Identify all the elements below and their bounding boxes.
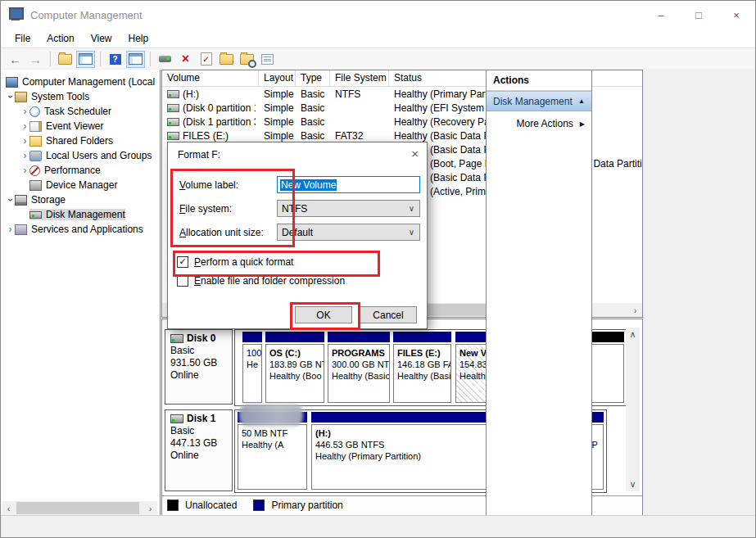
partition-programs[interactable]: PROGRAMS300.00 GB NTFHealthy (Basic (327, 330, 391, 405)
expander-icon[interactable]: › (6, 196, 16, 205)
tree-item-system-tools[interactable]: › System Tools (6, 89, 165, 104)
actions-group-disk-management[interactable]: Disk Management ▲ (487, 91, 591, 111)
more-actions-item[interactable]: More Actions ▶ (487, 115, 591, 133)
console-tree-pane: Computer Management (Local › System Tool… (1, 70, 161, 517)
expander-icon[interactable]: › (20, 106, 29, 117)
disk-management-icon (29, 211, 42, 219)
menu-bar: File Action View Help (1, 29, 755, 47)
tree-label: Device Manager (46, 179, 117, 191)
disk1-info[interactable]: Disk 1 Basic 447.13 GB Online (165, 409, 233, 491)
checklist-button[interactable] (258, 51, 277, 68)
actions-group-label: Disk Management (493, 96, 573, 107)
tree-label: System Tools (31, 91, 89, 102)
shared-folders-icon (29, 136, 42, 147)
column-header-file-system[interactable]: File System (330, 70, 389, 86)
volume-icon (167, 90, 179, 98)
console-button[interactable] (156, 51, 174, 68)
collapse-triangle-icon[interactable]: ▲ (578, 97, 585, 105)
tree-label: Shared Folders (46, 135, 113, 147)
forward-button[interactable]: → (26, 51, 45, 68)
allocation-unit-label: Allocation unit size: (179, 227, 264, 238)
show-action-pane-button[interactable] (126, 51, 145, 68)
expander-icon[interactable]: › (20, 135, 29, 147)
quick-format-checkbox[interactable]: ✓ (177, 256, 188, 268)
ok-button[interactable]: OK (295, 306, 352, 323)
scroll-down-button[interactable]: ∨ (626, 477, 640, 491)
column-header-layout[interactable]: Layout (259, 70, 296, 86)
event-viewer-icon (29, 121, 42, 132)
scroll-right-button[interactable]: › (628, 303, 642, 317)
delete-button[interactable]: × (176, 51, 195, 68)
compression-checkbox-row[interactable]: Enable file and folder compression (177, 274, 345, 287)
folder-up-button[interactable]: ↑ (217, 51, 236, 68)
chevron-down-icon: ∨ (409, 204, 414, 213)
export-list-button[interactable] (56, 51, 75, 68)
partition-files-e[interactable]: FILES (E:)146.18 GB FAHealthy (Basi (392, 330, 452, 405)
disk-pane-vertical-scrollbar[interactable]: ∧ ∨ (626, 328, 640, 491)
quick-format-checkbox-row[interactable]: ✓ Perform a quick format (177, 255, 293, 269)
magnifier-icon (248, 60, 256, 68)
disk0-info[interactable]: Disk 0 Basic 931.50 GB Online (165, 329, 233, 405)
console-tree-icon (79, 53, 93, 65)
tree-label: Local Users and Groups (46, 150, 152, 161)
forward-icon: → (29, 52, 42, 66)
tree-label: Storage (31, 194, 66, 206)
compression-checkbox[interactable] (177, 275, 188, 287)
file-system-select[interactable]: NTFS∨ (277, 200, 420, 217)
volume-label-input[interactable]: New Volume (277, 176, 420, 193)
expander-icon[interactable]: › (20, 120, 29, 132)
format-dialog: Format F: × Volume label: New Volume Fil… (167, 142, 428, 329)
partition-os-c[interactable]: OS (C:)183.89 GB NTHealthy (Boo (265, 330, 325, 405)
folder-search-button[interactable] (238, 51, 256, 68)
maximize-button[interactable]: □ (680, 1, 718, 29)
sidebar-horizontal-scrollbar[interactable]: ‹ › (2, 501, 157, 515)
menu-view[interactable]: View (84, 30, 120, 47)
volume-icon (167, 132, 179, 140)
computer-icon (6, 77, 18, 88)
tree-item-shared-folders[interactable]: › Shared Folders (20, 133, 179, 148)
quick-format-label: Perform a quick format (194, 256, 293, 268)
expander-icon[interactable]: › (20, 150, 29, 161)
close-button[interactable]: × (718, 1, 755, 29)
scroll-up-button[interactable]: ∧ (626, 328, 640, 341)
system-tools-icon (15, 92, 27, 102)
expander-icon[interactable]: › (6, 93, 16, 102)
scroll-left-button[interactable]: ‹ (2, 501, 16, 515)
menu-help[interactable]: Help (121, 30, 156, 47)
tree-item-services-applications[interactable]: › Services and Applications (6, 222, 165, 237)
legend-primary-swatch (253, 500, 265, 511)
expander-icon[interactable]: › (20, 165, 29, 176)
tree-item-task-scheduler[interactable]: › Task Scheduler (20, 104, 179, 119)
volume-icon (167, 104, 179, 112)
menu-file[interactable]: File (7, 30, 38, 47)
tree-item-performance[interactable]: › Performance (20, 163, 179, 178)
users-icon (29, 151, 42, 161)
scroll-right-button[interactable]: › (143, 501, 157, 515)
back-button[interactable]: ← (6, 51, 25, 68)
partition-h[interactable]: (H:)446.53 GB NTFSHealthy (Primary Parti… (310, 410, 507, 492)
window-title: Computer Management (30, 9, 143, 21)
toolbar-separator (50, 52, 51, 66)
tree-item-local-users-groups[interactable]: › Local Users and Groups (20, 148, 179, 163)
minimize-button[interactable]: – (642, 1, 680, 29)
show-console-tree-button[interactable] (76, 51, 95, 68)
partition-efi[interactable]: 100He (242, 330, 263, 405)
dialog-title: Format F: (178, 149, 220, 160)
tree-root-computer-management[interactable]: Computer Management (Local (6, 75, 165, 89)
column-header-type[interactable]: Type (296, 70, 330, 86)
allocation-unit-select[interactable]: Default∨ (277, 224, 420, 241)
tree-item-event-viewer[interactable]: › Event Viewer (20, 119, 179, 133)
legend-primary-label: Primary partition (271, 500, 342, 511)
menu-action[interactable]: Action (39, 30, 81, 47)
column-header-volume[interactable]: Volume (162, 70, 259, 86)
partition-system-reserved[interactable]: 50 MB NTFHealthy (A (237, 410, 308, 492)
toolbar-separator (150, 52, 151, 66)
app-icon (9, 7, 24, 20)
tree-item-storage[interactable]: › Storage (6, 192, 165, 207)
help-button[interactable]: ? (106, 51, 124, 68)
dialog-close-icon[interactable]: × (411, 147, 419, 160)
cancel-button[interactable]: Cancel (360, 306, 417, 323)
properties-button[interactable]: ✓ (197, 51, 215, 68)
expander-icon[interactable]: › (6, 224, 15, 235)
scrollbar-thumb[interactable] (16, 502, 139, 514)
